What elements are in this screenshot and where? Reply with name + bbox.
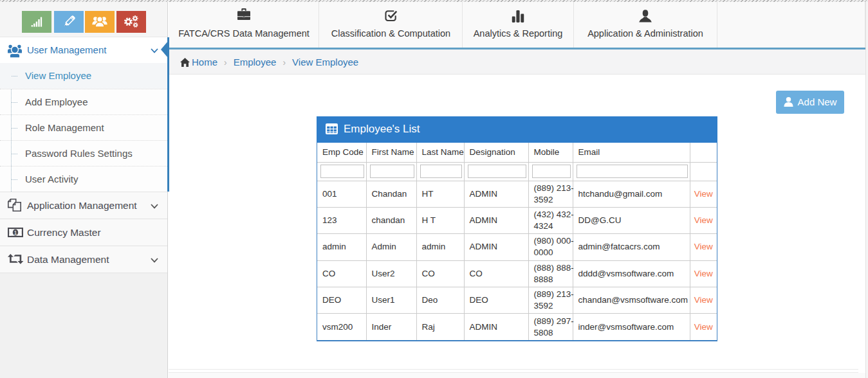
svg-text:1: 1 [14, 230, 17, 236]
